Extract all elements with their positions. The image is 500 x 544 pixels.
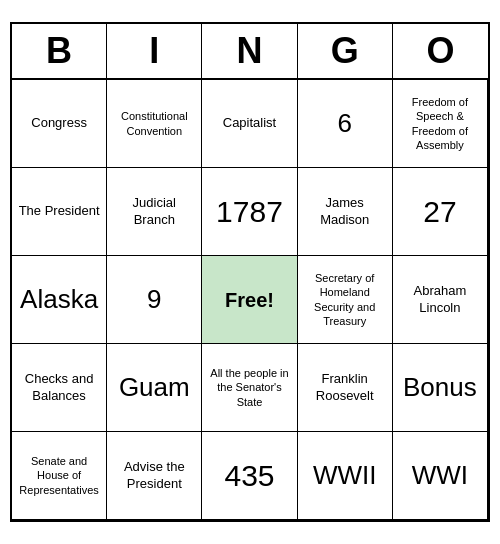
cell-text: 6: [337, 107, 351, 141]
bingo-cell: 9: [107, 256, 202, 344]
cell-text: James Madison: [302, 195, 388, 229]
cell-text: 9: [147, 283, 161, 317]
header-letter: N: [202, 24, 297, 78]
cell-text: Secretary of Homeland Security and Treas…: [302, 271, 388, 328]
cell-text: Guam: [119, 371, 190, 405]
cell-text: Constitutional Convention: [111, 109, 197, 138]
bingo-cell: Free!: [202, 256, 297, 344]
bingo-cell: Secretary of Homeland Security and Treas…: [298, 256, 393, 344]
bingo-cell: 27: [393, 168, 488, 256]
bingo-cell: Senate and House of Representatives: [12, 432, 107, 520]
bingo-cell: Judicial Branch: [107, 168, 202, 256]
bingo-cell: Bonus: [393, 344, 488, 432]
cell-text: Free!: [225, 287, 274, 313]
cell-text: Franklin Roosevelt: [302, 371, 388, 405]
bingo-header: BINGO: [12, 24, 488, 80]
header-letter: B: [12, 24, 107, 78]
bingo-cell: Congress: [12, 80, 107, 168]
cell-text: Checks and Balances: [16, 371, 102, 405]
cell-text: Abraham Lincoln: [397, 283, 483, 317]
bingo-cell: Freedom of Speech & Freedom of Assembly: [393, 80, 488, 168]
bingo-cell: Constitutional Convention: [107, 80, 202, 168]
cell-text: Congress: [31, 115, 87, 132]
bingo-cell: 435: [202, 432, 297, 520]
cell-text: Freedom of Speech & Freedom of Assembly: [397, 95, 483, 152]
cell-text: Bonus: [403, 371, 477, 405]
bingo-cell: 6: [298, 80, 393, 168]
cell-text: 27: [423, 192, 456, 231]
cell-text: 435: [224, 456, 274, 495]
bingo-cell: 1787: [202, 168, 297, 256]
cell-text: Alaska: [20, 283, 98, 317]
bingo-cell: Abraham Lincoln: [393, 256, 488, 344]
cell-text: 1787: [216, 192, 283, 231]
bingo-cell: Capitalist: [202, 80, 297, 168]
cell-text: Senate and House of Representatives: [16, 454, 102, 497]
header-letter: I: [107, 24, 202, 78]
header-letter: G: [298, 24, 393, 78]
bingo-cell: WWII: [298, 432, 393, 520]
bingo-cell: WWI: [393, 432, 488, 520]
cell-text: Judicial Branch: [111, 195, 197, 229]
cell-text: WWII: [313, 459, 377, 493]
bingo-cell: Guam: [107, 344, 202, 432]
bingo-cell: Checks and Balances: [12, 344, 107, 432]
cell-text: Capitalist: [223, 115, 276, 132]
bingo-cell: The President: [12, 168, 107, 256]
bingo-card: BINGO CongressConstitutional ConventionC…: [10, 22, 490, 522]
cell-text: The President: [19, 203, 100, 220]
header-letter: O: [393, 24, 488, 78]
bingo-cell: All the people in the Senator's State: [202, 344, 297, 432]
bingo-cell: James Madison: [298, 168, 393, 256]
cell-text: All the people in the Senator's State: [206, 366, 292, 409]
bingo-grid: CongressConstitutional ConventionCapital…: [12, 80, 488, 520]
bingo-cell: Advise the President: [107, 432, 202, 520]
cell-text: WWI: [412, 459, 468, 493]
cell-text: Advise the President: [111, 459, 197, 493]
bingo-cell: Alaska: [12, 256, 107, 344]
bingo-cell: Franklin Roosevelt: [298, 344, 393, 432]
